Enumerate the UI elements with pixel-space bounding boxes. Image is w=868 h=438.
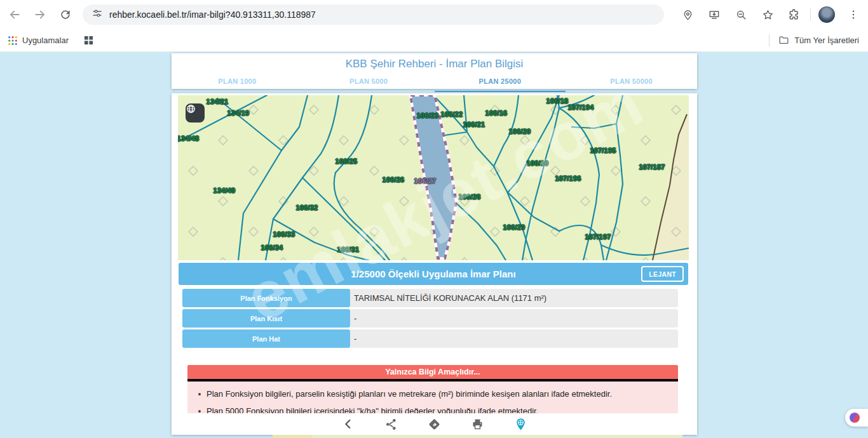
parcel-label: 106/19 [527, 159, 549, 167]
cadastral-map[interactable]: 134/21134/19134/48134/49106/25106/26106/… [178, 95, 689, 260]
forward-icon[interactable] [29, 4, 51, 25]
apps-grid-icon [8, 36, 18, 46]
extension-orb-icon [850, 413, 860, 423]
info-row-value: - [350, 309, 678, 328]
location-icon[interactable] [677, 4, 698, 25]
parcel-label: 107/195 [590, 147, 616, 154]
grid-favicon-icon [84, 36, 93, 45]
bookmarks-divider [769, 34, 770, 47]
parcel-label: 106/20 [509, 128, 531, 135]
parcel-label: 134/21 [207, 98, 229, 105]
page-title: KBB Şehir Rehberi - İmar Plan Bilgisi [172, 53, 697, 70]
info-row: Plan Hat- [182, 329, 678, 348]
parcel-label: 106/34 [261, 244, 283, 251]
zoom-out-icon[interactable] [730, 4, 752, 25]
parcel-label: 106/29 [503, 223, 526, 231]
map-layers-button[interactable] [186, 103, 205, 123]
parcel-label: 134/19 [227, 109, 250, 117]
footer-action-bar [172, 413, 697, 435]
bookmark-apps-label: Uygulamalar [22, 36, 69, 45]
info-row-value: - [350, 329, 678, 348]
parcel-label: 106/31 [337, 246, 360, 253]
bookmark-grid-favicon[interactable] [84, 36, 93, 45]
parcel-label: 107/197 [585, 233, 611, 241]
bookmarks-bar: Uygulamalar Tüm Yer İşaretleri [0, 29, 868, 52]
extension-fab[interactable] [845, 409, 868, 427]
info-row-label: Plan Kısıt [182, 309, 350, 328]
map-labels: 134/21134/19134/48134/49106/25106/26106/… [178, 95, 689, 260]
warning-note: Plan Fonksiyon bilgileri, parselin kesiş… [207, 389, 667, 399]
back-icon[interactable] [4, 4, 25, 25]
extensions-icon[interactable] [783, 4, 805, 25]
parcel-label: 106/33 [273, 230, 295, 238]
plan-header-card: KBB Şehir Rehberi - İmar Plan Bilgisi PL… [172, 53, 697, 89]
warning-title: Yalnızca Bilgi Amaçlıdır... [187, 365, 678, 379]
parcel-label: 106/18 [546, 97, 569, 105]
parcel-label: 106/22 [441, 110, 463, 118]
reload-icon[interactable] [55, 4, 76, 25]
plan-scale-title: 1/25000 Ölçekli Uygulama İmar Planı [179, 269, 688, 279]
info-row: Plan Kısıt- [182, 309, 678, 328]
address-bar[interactable]: rehber.kocaeli.bel.tr/imar-bilgi?40.9133… [83, 4, 664, 25]
profile-avatar[interactable] [818, 6, 835, 23]
share-icon[interactable] [384, 416, 399, 432]
parcel-label: 106/32 [296, 204, 318, 211]
bottom-page-strip [273, 435, 682, 438]
plan-content-card: 134/21134/19134/48134/49106/25106/26106/… [172, 93, 697, 435]
bookmark-apps[interactable]: Uygulamalar [8, 36, 69, 46]
menu-icon[interactable] [843, 4, 864, 25]
directions-icon[interactable] [427, 416, 442, 432]
toolbar-divider [810, 8, 811, 21]
save-device-icon[interactable] [703, 4, 725, 25]
site-info-icon[interactable] [92, 8, 103, 22]
tab-plan-5000[interactable]: PLAN 5000 [303, 73, 435, 92]
info-row-label: Plan Hat [182, 329, 350, 348]
parcel-label: 106/23 [417, 112, 439, 119]
tab-plan-50000[interactable]: PLAN 50000 [566, 73, 697, 92]
parcel-label: 134/48 [178, 135, 199, 142]
parcel-label: 134/49 [214, 187, 236, 194]
parcel-label: 106/25 [336, 157, 358, 165]
parcel-label: 107/187 [639, 163, 665, 171]
parcel-label: 106/21 [463, 121, 485, 128]
browser-toolbar: rehber.kocaeli.bel.tr/imar-bilgi?40.9133… [0, 0, 868, 29]
all-bookmarks-label[interactable]: Tüm Yer İşaretleri [794, 36, 859, 45]
back-icon[interactable] [341, 416, 356, 432]
tab-plan-1000[interactable]: PLAN 1000 [172, 73, 303, 92]
parcel-label: 106/26 [383, 176, 405, 183]
info-row-value: TARIMSAL NİTELİĞİ KORUNACAK ALAN (1171 m… [350, 289, 678, 307]
parcel-label: 106/28 [459, 193, 481, 201]
plan-tabs: PLAN 1000PLAN 5000PLAN 25000PLAN 50000 [172, 73, 697, 92]
selected-parcel-label: 106/27 [414, 177, 437, 185]
tab-plan-25000[interactable]: PLAN 25000 [435, 73, 566, 92]
plan-scale-banner: 1/25000 Ölçekli Uygulama İmar Planı LEJA… [179, 263, 688, 285]
star-icon[interactable] [757, 4, 778, 25]
folder-icon [778, 35, 789, 46]
info-table: Plan FonksiyonTARIMSAL NİTELİĞİ KORUNACA… [182, 289, 678, 350]
geo-pin-icon[interactable] [513, 416, 529, 432]
url-text[interactable]: rehber.kocaeli.bel.tr/imar-bilgi?40.9133… [109, 10, 316, 20]
print-icon[interactable] [470, 416, 485, 432]
legend-button[interactable]: LEJANT [641, 266, 684, 282]
parcel-label: 107/194 [567, 103, 593, 111]
info-row-label: Plan Fonksiyon [182, 289, 350, 307]
info-row: Plan FonksiyonTARIMSAL NİTELİĞİ KORUNACA… [182, 289, 678, 307]
globe-icon [186, 103, 196, 114]
parcel-label: 106/16 [485, 109, 508, 117]
parcel-label: 107/196 [555, 175, 581, 182]
